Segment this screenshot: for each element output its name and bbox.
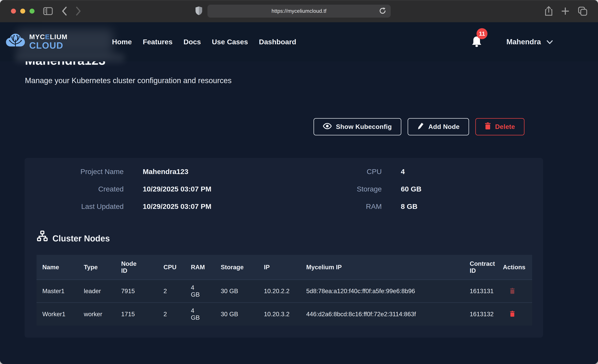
add-node-button[interactable]: Add Node [408,118,469,135]
brand-line2: CLOUD [29,41,67,50]
user-name: Mahendra [507,38,541,46]
cell-contract_id: 1613132 [464,303,497,325]
tab-overview-button[interactable] [578,6,587,16]
reload-icon [379,13,386,15]
scroll-blur-ghost-2 [15,53,125,62]
col-header-mycelium-ip: Mycelium IP [300,255,464,280]
nav-link-use-cases[interactable]: Use Cases [212,38,248,46]
cell-node_id: 7915 [115,280,158,303]
info-value-ram: 8 GB [382,202,543,211]
info-value-created: 10/29/2025 03:07 PM [124,185,290,193]
trash-icon [510,288,515,295]
reload-button[interactable] [379,7,386,15]
bell-icon [472,45,482,48]
url-text: https://myceliumcloud.tf [272,8,326,14]
notification-badge: 11 [476,28,488,39]
cell-cpu: 2 [158,303,185,325]
pencil-icon [417,122,424,132]
cell-storage: 30 GB [215,280,258,303]
col-header-actions: Actions [497,255,532,280]
cell-name: Master1 [36,280,78,303]
trash-icon [510,311,515,318]
header-right: 11 Mahendra [472,36,553,48]
cell-ip: 10.20.3.2 [258,303,300,325]
cell-mycelium_ip: 446:d2a6:8bcd:8c16:ff0f:72e2:3114:863f [300,303,464,325]
nodes-table-body: Master1leader791524 GB30 GB10.20.2.25d8:… [36,280,532,325]
notifications-button[interactable]: 11 [472,36,482,48]
browser-window: https://myceliumcloud.tf [0,0,598,364]
info-label-project-name: Project Name [25,168,124,176]
brand-text: MYCELIUM CLOUD [29,33,67,50]
cell-cpu: 2 [158,280,185,303]
cell-node_id: 1715 [115,303,158,325]
tabs-icon [578,6,587,16]
cell-actions [497,280,532,303]
user-menu-button[interactable]: Mahendra [507,38,553,46]
back-button[interactable] [61,7,67,16]
col-header-contract-id: Contract ID [464,255,497,280]
privacy-shield-icon[interactable] [195,6,202,16]
zoom-window-button[interactable] [30,9,34,14]
share-icon [545,6,553,16]
cluster-actions-row: Show Kubeconfig Add Node Delete [0,118,598,135]
info-value-project-name: Mahendra123 [124,168,290,176]
node-row-master1: Master1leader791524 GB30 GB10.20.2.25d8:… [36,280,532,303]
nodes-table-header-row: NameTypeNode IDCPURAMStorageIPMycelium I… [36,255,532,280]
page-subtitle: Manage your Kubernetes cluster configura… [25,76,232,85]
cell-ram: 4 GB [185,280,215,303]
chevron-down-icon [547,38,553,46]
nav-link-features[interactable]: Features [143,38,173,46]
plus-icon [561,7,569,15]
delete-node-button[interactable] [510,311,515,318]
sidebar-toggle-button[interactable] [43,7,53,15]
cell-type: worker [78,303,115,325]
nav-link-home[interactable]: Home [112,38,132,46]
network-nodes-icon [37,231,48,247]
info-label-ram: RAM [290,202,382,211]
cell-name: Worker1 [36,303,78,325]
cell-ip: 10.20.2.2 [258,280,300,303]
delete-node-button[interactable] [510,288,515,295]
info-label-last-updated: Last Updated [25,202,124,211]
info-value-storage: 60 GB [382,185,543,193]
url-bar[interactable]: https://myceliumcloud.tf [208,5,391,17]
cluster-nodes-heading: Cluster Nodes [37,231,543,247]
brand-logo[interactable]: MYCELIUM CLOUD [5,32,67,51]
trash-icon [485,123,491,131]
col-header-name: Name [36,255,78,280]
site-header: MYCELIUM CLOUD HomeFeaturesDocsUse Cases… [0,22,598,61]
info-label-storage: Storage [290,185,382,193]
delete-cluster-button[interactable]: Delete [475,118,524,135]
main-nav: HomeFeaturesDocsUse CasesDashboard [112,38,296,46]
eye-icon [323,123,332,131]
col-header-ip: IP [258,255,300,280]
info-label-created: Created [25,185,124,193]
page-content: MYCELIUM CLOUD HomeFeaturesDocsUse Cases… [0,22,598,364]
col-header-node-id: Node ID [115,255,158,280]
col-header-storage: Storage [215,255,258,280]
mycelium-cloud-logo-icon [5,32,26,51]
col-header-type: Type [78,255,115,280]
browser-chrome: https://myceliumcloud.tf [0,0,598,22]
info-value-last-updated: 10/29/2025 03:07 PM [124,202,290,211]
cell-storage: 30 GB [215,303,258,325]
close-window-button[interactable] [11,9,16,14]
new-tab-button[interactable] [561,7,569,15]
nodes-table-wrap: NameTypeNode IDCPURAMStorageIPMycelium I… [36,255,532,325]
show-kubeconfig-button[interactable]: Show Kubeconfig [314,118,401,135]
nav-link-dashboard[interactable]: Dashboard [259,38,296,46]
cell-actions [497,303,532,325]
nav-link-docs[interactable]: Docs [183,38,201,46]
cell-ram: 4 GB [185,303,215,325]
sidebar-icon [43,7,53,15]
brand-line1: MYCELIUM [29,33,67,40]
cell-contract_id: 1613131 [464,280,497,303]
traffic-lights [11,9,34,14]
minimize-window-button[interactable] [20,9,25,14]
nodes-table: NameTypeNode IDCPURAMStorageIPMycelium I… [36,255,532,325]
cell-type: leader [78,280,115,303]
cluster-info-card: Project NameMahendra123CPU4Created10/29/… [25,158,543,338]
node-row-worker1: Worker1worker171524 GB30 GB10.20.3.2446:… [36,303,532,325]
forward-button[interactable] [76,7,81,16]
share-button[interactable] [545,6,553,16]
